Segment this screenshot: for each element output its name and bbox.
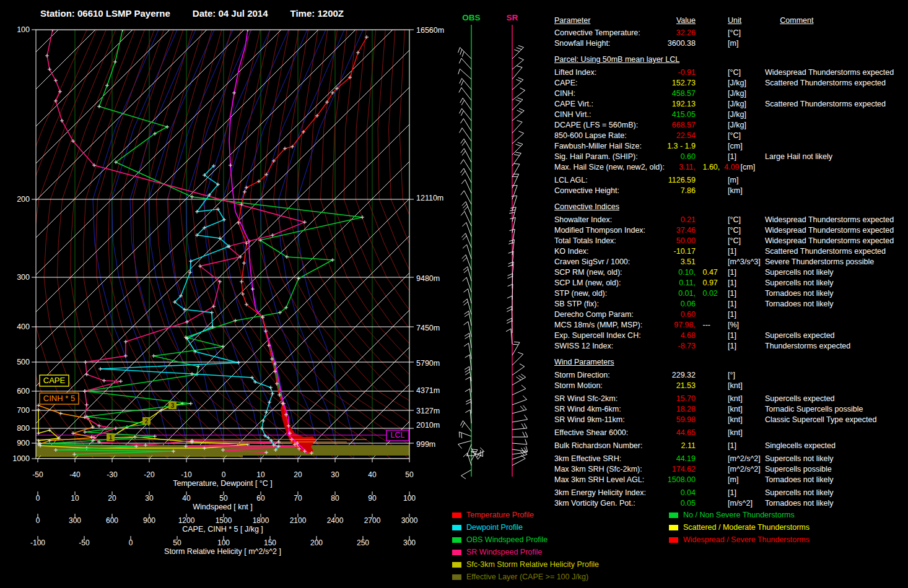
svg-text:500: 500 <box>17 358 30 366</box>
param-value: 21.53 <box>676 381 696 391</box>
param-unit: [°C] <box>728 131 765 141</box>
param-value: 50.00 <box>676 236 696 246</box>
param-comment: Supercells not likely <box>765 278 833 288</box>
legend-item-profile: Sfc-3km Storm Relative Helicity Profile <box>452 558 599 571</box>
legend-item-severity: Scattered / Moderate Thunderstorms <box>669 521 810 534</box>
svg-text:16560m: 16560m <box>416 26 444 35</box>
table-row: Total Totals Index:50.00[°C]Widespread T… <box>550 236 906 246</box>
param-comment: Widespread Thunderstorms expected <box>765 225 894 236</box>
param-label: KO Index: <box>554 246 589 257</box>
svg-text:50: 50 <box>173 538 181 547</box>
param-extra-values: 1.60, 4.09 <box>701 162 740 173</box>
legend-item-profile: Effective Layer (CAPE >= 100 J/kg) <box>452 571 599 583</box>
param-comment: Classic Supercell Type expected <box>765 415 876 425</box>
param-comment: Supercells not likely <box>765 488 833 498</box>
legend-label: SR Windspeed Profile <box>466 548 542 556</box>
table-row: DCAPE (LFS = 560mB):668.57[J/kg] <box>550 120 906 131</box>
legend-label: Effective Layer (CAPE >= 100 J/kg) <box>466 573 588 581</box>
param-comment: Supercells expected <box>765 394 835 404</box>
param-unit: [1] <box>728 152 765 162</box>
table-row: SCP LM (new, old):0.11, 0.97[1]Supercell… <box>550 278 906 288</box>
svg-text:20: 20 <box>108 494 116 503</box>
param-comment: Widespread Thunderstorms expected <box>765 215 894 225</box>
section-header: Parcel: Using 50mB mean layer LCL <box>550 54 906 65</box>
table-row: SR Wind 9km-11km:59.98[knt]Classic Super… <box>550 415 906 425</box>
param-value: 32.26 <box>676 28 696 38</box>
param-value: 3.51 <box>681 257 696 267</box>
param-value: 0.21 <box>681 215 696 225</box>
param-unit: [1] <box>728 299 765 309</box>
svg-text:70: 70 <box>294 494 302 503</box>
svg-text:200: 200 <box>310 538 323 547</box>
legend-label: Dewpoint Profile <box>466 523 523 532</box>
km-marker-3: 3 <box>168 402 177 409</box>
svg-text:80: 80 <box>331 494 339 503</box>
table-row: SB STP (fix):0.06[1]Tornadoes not likely <box>550 299 906 309</box>
legend-label: No / Non Severe Thunderstorms <box>683 511 795 519</box>
param-comment: Thunderstorms expected <box>765 341 850 352</box>
param-unit: [°] <box>728 370 765 381</box>
param-extra-values: 0.47 <box>701 267 727 278</box>
svg-text:1800: 1800 <box>253 516 269 525</box>
srh-profile <box>37 402 250 450</box>
param-value: 22.54 <box>676 131 696 141</box>
param-value: 0.04 <box>681 488 696 498</box>
param-value: 4.68 <box>681 331 696 341</box>
table-row: KO Index:-10.17[1]Scattered Thunderstorm… <box>550 246 906 257</box>
header-comment: Comment <box>780 15 813 26</box>
param-value: 7.86 <box>681 186 696 196</box>
table-row: CINH Virt.:415.05[J/kg] <box>550 110 906 120</box>
svg-text:40: 40 <box>368 470 377 479</box>
section-header: Convective Indices <box>550 202 906 212</box>
sr-windspeed-profile <box>45 28 307 454</box>
chart-background <box>0 28 550 459</box>
param-value: 1126.59 <box>668 175 696 186</box>
svg-text:400: 400 <box>17 322 30 331</box>
altitude-labels: 16560m12110m9480m7450m5790m4371m3127m201… <box>409 26 444 449</box>
param-label: STP (new, old): <box>554 288 607 299</box>
param-unit: [1] <box>728 267 765 278</box>
param-comment: Tornadoes not likely <box>765 299 833 309</box>
param-label: Total Totals Index: <box>554 236 616 246</box>
svg-text:3: 3 <box>171 402 175 409</box>
header-value: Value <box>676 15 696 26</box>
param-unit: [1] <box>728 288 765 299</box>
param-label: SR Wind 9km-11km: <box>554 415 625 425</box>
legend-swatch <box>669 512 678 518</box>
param-unit: [cm] <box>728 141 765 152</box>
param-value: 415.05 <box>672 110 696 120</box>
param-value: 15.70 <box>676 394 696 404</box>
table-row: 850-600 Lapse Rate:22.54[°C] <box>550 131 906 141</box>
param-label: 3km Energy Helicity Index: <box>554 488 646 498</box>
param-unit: [°C] <box>728 236 765 246</box>
param-label: Fawbush-Miller Hail Size: <box>554 141 642 152</box>
svg-text:CINH * 5: CINH * 5 <box>43 394 75 403</box>
legend-swatch <box>452 537 461 543</box>
param-unit: [1] <box>728 331 765 341</box>
svg-text:5790m: 5790m <box>416 359 440 368</box>
parcel-curve <box>229 28 307 454</box>
table-row: MCS 18m/s (MMP, MSP):97.98, ---[%] <box>550 320 906 331</box>
x-axis-0: -50-40-30-20-1001020304050Temperature, D… <box>32 459 414 488</box>
param-label: Bulk Richardson Number: <box>554 441 642 451</box>
table-row: CAPE Virt.:192.13[J/kg]Scattered Thunder… <box>550 99 906 110</box>
table-row: Max 3km SRH (Sfc-2km):174.62[m^2/s^2]Sup… <box>550 464 906 475</box>
legend-item-severity: Widespread / Severe Thunderstorms <box>669 534 810 546</box>
svg-text:1000: 1000 <box>12 454 30 463</box>
wind-barbs <box>506 46 528 466</box>
svg-text:-100: -100 <box>30 538 45 547</box>
param-label: SCP LM (new, old): <box>554 278 621 288</box>
param-value: 37.46 <box>676 225 696 236</box>
param-value: -8.73 <box>678 341 696 352</box>
table-row: Convective Height:7.86[km] <box>550 186 906 196</box>
param-value: 1.3 - 1.9 <box>667 141 696 152</box>
legend-severity: No / Non Severe ThunderstormsScattered /… <box>669 509 810 546</box>
param-unit: [m^2/s^2] <box>728 464 765 475</box>
param-comment: Widespread Thunderstorms expected <box>765 236 894 246</box>
svg-text:-50: -50 <box>32 470 43 479</box>
legend-item-profile: OBS Windspeed Profile <box>452 534 599 546</box>
table-row: SR Wind Sfc-2km:15.70[knt]Supercells exp… <box>550 394 906 404</box>
table-row: STP (new, old):0.01, 0.02[1]Tornadoes no… <box>550 288 906 299</box>
param-label: MCS 18m/s (MMP, MSP): <box>554 320 642 331</box>
param-label: LCL AGL: <box>554 175 588 186</box>
